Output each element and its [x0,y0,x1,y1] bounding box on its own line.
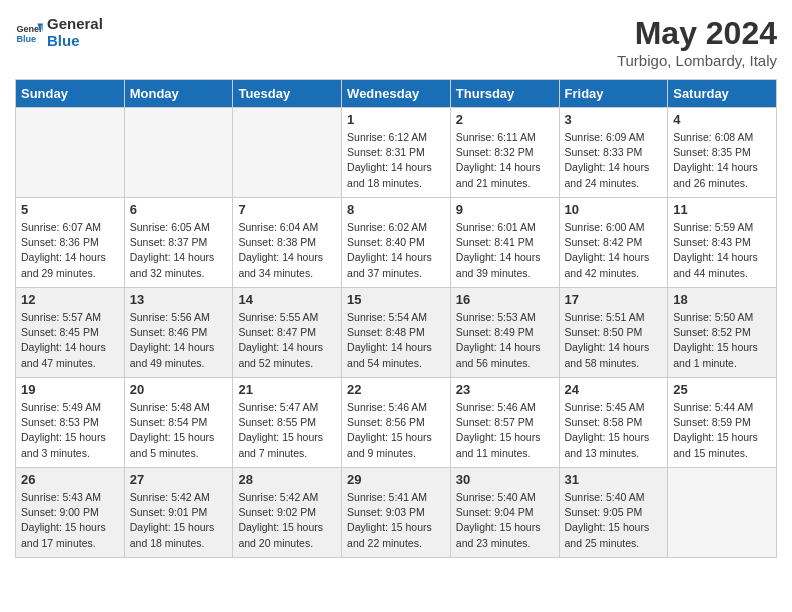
day-number: 27 [130,472,228,487]
calendar-cell: 18Sunrise: 5:50 AMSunset: 8:52 PMDayligh… [668,288,777,378]
calendar-week-3: 12Sunrise: 5:57 AMSunset: 8:45 PMDayligh… [16,288,777,378]
day-info: Sunrise: 5:55 AMSunset: 8:47 PMDaylight:… [238,310,336,371]
day-number: 26 [21,472,119,487]
day-number: 18 [673,292,771,307]
day-number: 10 [565,202,663,217]
day-info: Sunrise: 5:56 AMSunset: 8:46 PMDaylight:… [130,310,228,371]
calendar-week-4: 19Sunrise: 5:49 AMSunset: 8:53 PMDayligh… [16,378,777,468]
day-info: Sunrise: 5:50 AMSunset: 8:52 PMDaylight:… [673,310,771,371]
day-info: Sunrise: 5:48 AMSunset: 8:54 PMDaylight:… [130,400,228,461]
calendar-week-5: 26Sunrise: 5:43 AMSunset: 9:00 PMDayligh… [16,468,777,558]
day-info: Sunrise: 6:08 AMSunset: 8:35 PMDaylight:… [673,130,771,191]
calendar-cell: 27Sunrise: 5:42 AMSunset: 9:01 PMDayligh… [124,468,233,558]
day-number: 11 [673,202,771,217]
day-info: Sunrise: 6:12 AMSunset: 8:31 PMDaylight:… [347,130,445,191]
svg-text:Blue: Blue [16,34,36,44]
day-number: 12 [21,292,119,307]
day-number: 3 [565,112,663,127]
day-number: 24 [565,382,663,397]
calendar-cell [668,468,777,558]
calendar-cell [16,108,125,198]
day-info: Sunrise: 6:02 AMSunset: 8:40 PMDaylight:… [347,220,445,281]
calendar-cell: 20Sunrise: 5:48 AMSunset: 8:54 PMDayligh… [124,378,233,468]
day-info: Sunrise: 5:53 AMSunset: 8:49 PMDaylight:… [456,310,554,371]
day-number: 31 [565,472,663,487]
day-number: 25 [673,382,771,397]
day-number: 1 [347,112,445,127]
weekday-header-sunday: Sunday [16,80,125,108]
day-info: Sunrise: 5:41 AMSunset: 9:03 PMDaylight:… [347,490,445,551]
calendar-cell: 12Sunrise: 5:57 AMSunset: 8:45 PMDayligh… [16,288,125,378]
calendar-cell: 7Sunrise: 6:04 AMSunset: 8:38 PMDaylight… [233,198,342,288]
day-info: Sunrise: 5:40 AMSunset: 9:04 PMDaylight:… [456,490,554,551]
calendar-week-1: 1Sunrise: 6:12 AMSunset: 8:31 PMDaylight… [16,108,777,198]
logo-general: General [47,15,103,32]
calendar-cell: 26Sunrise: 5:43 AMSunset: 9:00 PMDayligh… [16,468,125,558]
calendar-cell: 25Sunrise: 5:44 AMSunset: 8:59 PMDayligh… [668,378,777,468]
day-info: Sunrise: 5:40 AMSunset: 9:05 PMDaylight:… [565,490,663,551]
day-info: Sunrise: 5:42 AMSunset: 9:01 PMDaylight:… [130,490,228,551]
day-number: 21 [238,382,336,397]
day-info: Sunrise: 6:09 AMSunset: 8:33 PMDaylight:… [565,130,663,191]
calendar-cell: 21Sunrise: 5:47 AMSunset: 8:55 PMDayligh… [233,378,342,468]
day-number: 30 [456,472,554,487]
day-info: Sunrise: 6:00 AMSunset: 8:42 PMDaylight:… [565,220,663,281]
calendar-cell: 6Sunrise: 6:05 AMSunset: 8:37 PMDaylight… [124,198,233,288]
calendar-cell [233,108,342,198]
calendar-cell: 28Sunrise: 5:42 AMSunset: 9:02 PMDayligh… [233,468,342,558]
calendar-cell: 3Sunrise: 6:09 AMSunset: 8:33 PMDaylight… [559,108,668,198]
calendar-cell: 10Sunrise: 6:00 AMSunset: 8:42 PMDayligh… [559,198,668,288]
day-number: 20 [130,382,228,397]
day-number: 29 [347,472,445,487]
calendar-cell: 22Sunrise: 5:46 AMSunset: 8:56 PMDayligh… [342,378,451,468]
calendar-cell: 15Sunrise: 5:54 AMSunset: 8:48 PMDayligh… [342,288,451,378]
day-info: Sunrise: 5:44 AMSunset: 8:59 PMDaylight:… [673,400,771,461]
calendar-cell: 8Sunrise: 6:02 AMSunset: 8:40 PMDaylight… [342,198,451,288]
day-info: Sunrise: 5:47 AMSunset: 8:55 PMDaylight:… [238,400,336,461]
day-info: Sunrise: 6:07 AMSunset: 8:36 PMDaylight:… [21,220,119,281]
day-info: Sunrise: 5:46 AMSunset: 8:56 PMDaylight:… [347,400,445,461]
day-info: Sunrise: 6:04 AMSunset: 8:38 PMDaylight:… [238,220,336,281]
day-number: 23 [456,382,554,397]
day-info: Sunrise: 5:43 AMSunset: 9:00 PMDaylight:… [21,490,119,551]
weekday-header-monday: Monday [124,80,233,108]
day-number: 9 [456,202,554,217]
day-number: 6 [130,202,228,217]
day-number: 8 [347,202,445,217]
calendar-cell: 13Sunrise: 5:56 AMSunset: 8:46 PMDayligh… [124,288,233,378]
calendar-cell: 23Sunrise: 5:46 AMSunset: 8:57 PMDayligh… [450,378,559,468]
day-info: Sunrise: 6:11 AMSunset: 8:32 PMDaylight:… [456,130,554,191]
calendar-cell: 19Sunrise: 5:49 AMSunset: 8:53 PMDayligh… [16,378,125,468]
weekday-header-thursday: Thursday [450,80,559,108]
logo-blue: Blue [47,32,103,49]
day-info: Sunrise: 5:51 AMSunset: 8:50 PMDaylight:… [565,310,663,371]
calendar-week-2: 5Sunrise: 6:07 AMSunset: 8:36 PMDaylight… [16,198,777,288]
calendar-cell [124,108,233,198]
calendar-table: SundayMondayTuesdayWednesdayThursdayFrid… [15,79,777,558]
day-number: 5 [21,202,119,217]
calendar-cell: 24Sunrise: 5:45 AMSunset: 8:58 PMDayligh… [559,378,668,468]
weekday-header-friday: Friday [559,80,668,108]
weekday-header-saturday: Saturday [668,80,777,108]
calendar-cell: 30Sunrise: 5:40 AMSunset: 9:04 PMDayligh… [450,468,559,558]
calendar-cell: 2Sunrise: 6:11 AMSunset: 8:32 PMDaylight… [450,108,559,198]
page-header: General Blue General Blue May 2024 Turbi… [15,15,777,69]
weekday-header-wednesday: Wednesday [342,80,451,108]
calendar-cell: 11Sunrise: 5:59 AMSunset: 8:43 PMDayligh… [668,198,777,288]
calendar-cell: 31Sunrise: 5:40 AMSunset: 9:05 PMDayligh… [559,468,668,558]
day-number: 14 [238,292,336,307]
day-info: Sunrise: 5:46 AMSunset: 8:57 PMDaylight:… [456,400,554,461]
location: Turbigo, Lombardy, Italy [617,52,777,69]
calendar-cell: 5Sunrise: 6:07 AMSunset: 8:36 PMDaylight… [16,198,125,288]
day-info: Sunrise: 5:54 AMSunset: 8:48 PMDaylight:… [347,310,445,371]
month-title: May 2024 [617,15,777,52]
day-number: 17 [565,292,663,307]
title-block: May 2024 Turbigo, Lombardy, Italy [617,15,777,69]
calendar-cell: 17Sunrise: 5:51 AMSunset: 8:50 PMDayligh… [559,288,668,378]
calendar-cell: 1Sunrise: 6:12 AMSunset: 8:31 PMDaylight… [342,108,451,198]
day-number: 19 [21,382,119,397]
day-info: Sunrise: 6:05 AMSunset: 8:37 PMDaylight:… [130,220,228,281]
day-info: Sunrise: 5:57 AMSunset: 8:45 PMDaylight:… [21,310,119,371]
calendar-cell: 9Sunrise: 6:01 AMSunset: 8:41 PMDaylight… [450,198,559,288]
day-number: 15 [347,292,445,307]
